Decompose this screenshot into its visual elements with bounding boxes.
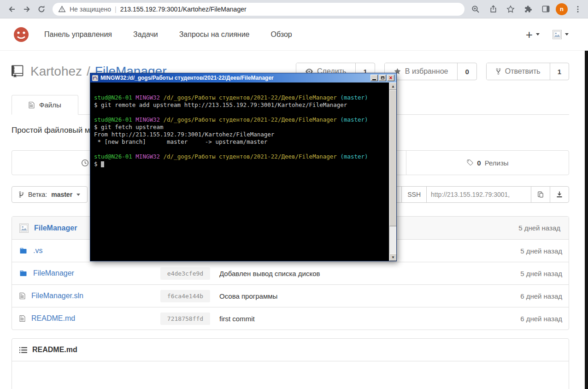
share-icon[interactable]	[486, 2, 500, 17]
terminal-prompt-line: stud@N26-01 MINGW32 /d/_gogs/Работы студ…	[94, 116, 386, 124]
tag-icon	[466, 159, 473, 166]
clone-url-input[interactable]	[426, 186, 531, 203]
history-clock-icon	[81, 159, 89, 167]
url-text: 213.155.192.79:3001/Kartohez/FileManager	[120, 6, 247, 13]
copy-clipboard-button[interactable]	[531, 186, 550, 203]
restore-button[interactable]	[379, 75, 386, 81]
browser-toolbar: Не защищено | 213.155.192.79:3001/Kartoh…	[0, 0, 588, 18]
repo-book-icon	[12, 65, 24, 78]
back-button[interactable]	[5, 2, 19, 17]
close-button[interactable]: ×	[387, 75, 394, 81]
row-age: 6 дней назад	[485, 315, 563, 323]
create-new-caret-icon[interactable]	[536, 33, 540, 35]
browser-actions: n	[468, 2, 585, 17]
terminal-scrollbar[interactable]: ▲ ▼	[389, 83, 396, 261]
terminal-prompt-line: stud@N26-01 MINGW32 /d/_gogs/Работы студ…	[94, 153, 386, 160]
row-age: 5 дней назад	[485, 270, 563, 277]
security-warning-icon	[58, 5, 66, 13]
extensions-puzzle-icon[interactable]	[521, 2, 535, 17]
download-button[interactable]	[550, 186, 569, 203]
security-label: Не защищено	[70, 6, 111, 13]
bookmark-star-icon[interactable]	[503, 2, 518, 17]
user-avatar-placeholder[interactable]	[553, 30, 562, 39]
minimize-button[interactable]	[370, 75, 378, 81]
screen-edge-strip	[585, 51, 588, 389]
fork-count[interactable]: 1	[550, 63, 569, 80]
file-icon	[29, 101, 35, 109]
ssh-protocol-button[interactable]: SSH	[401, 186, 427, 203]
terminal-app-icon	[92, 75, 98, 81]
terminal-command: $ git fetch upstream	[94, 124, 386, 131]
terminal-title: MINGW32:/d/_gogs/Работы студентов/2021-2…	[100, 75, 274, 81]
nav-item-dashboard[interactable]: Панель управления	[44, 30, 112, 39]
file-icon	[19, 315, 25, 322]
terminal-window[interactable]: MINGW32:/d/_gogs/Работы студентов/2021-2…	[90, 73, 397, 261]
nav-item-pull-requests[interactable]: Запросы на слияние	[179, 30, 250, 39]
committer-avatar-placeholder	[19, 224, 29, 233]
fork-icon	[496, 68, 501, 75]
file-icon	[19, 292, 25, 300]
terminal-input-line: $	[94, 160, 386, 168]
file-link[interactable]: README.md	[31, 314, 75, 323]
branch-selector[interactable]: Ветка: master	[12, 186, 88, 203]
terminal-cursor	[101, 161, 104, 167]
zoom-icon[interactable]	[468, 2, 483, 17]
folder-icon	[19, 270, 27, 277]
gogs-navbar: Панель управления Задачи Запросы на слия…	[0, 18, 588, 51]
row-age: 5 дней назад	[485, 247, 563, 255]
scroll-up-arrow-icon[interactable]: ▲	[389, 83, 396, 90]
commit-hash[interactable]: f6ca4e144b	[160, 290, 210, 302]
readme-panel: README.md	[12, 338, 569, 389]
latest-commit-age: 5 дней назад	[518, 224, 561, 232]
terminal-output-line: * [new branch] master -> upstream/master	[94, 138, 386, 146]
star-group: В избранное 0	[384, 63, 477, 80]
latest-commit-author-link[interactable]: FileManager	[34, 224, 77, 232]
terminal-output[interactable]: stud@N26-01 MINGW32 /d/_gogs/Работы студ…	[90, 83, 396, 261]
screen: Не защищено | 213.155.192.79:3001/Kartoh…	[0, 0, 588, 389]
commit-message[interactable]: first commit	[219, 315, 485, 323]
table-row: README.md 7218758ffd first commit 6 дней…	[12, 307, 569, 330]
repo-owner-link[interactable]: Kartohez	[30, 64, 82, 78]
browser-menu-kebab-icon[interactable]	[570, 2, 585, 17]
gogs-logo[interactable]	[13, 26, 29, 43]
forward-button[interactable]	[19, 2, 34, 17]
address-bar[interactable]: Не защищено | 213.155.192.79:3001/Kartoh…	[53, 3, 465, 16]
omnibox-divider: |	[115, 6, 117, 13]
readme-content	[12, 361, 569, 389]
file-link[interactable]: FileManager	[33, 269, 74, 277]
user-menu-caret-icon[interactable]	[565, 33, 569, 35]
terminal-blank-line	[94, 109, 386, 116]
list-icon	[19, 347, 27, 354]
commit-message[interactable]: Добавлен вывод списка дисков	[219, 270, 485, 277]
file-link[interactable]: FileManager.sln	[31, 292, 83, 300]
terminal-blank-line	[94, 146, 386, 153]
readme-header: README.md	[12, 339, 569, 361]
commit-hash[interactable]: 7218758ffd	[160, 312, 210, 325]
nav-item-explore[interactable]: Обзор	[270, 30, 292, 39]
commit-hash[interactable]: e4de3cfe9d	[160, 267, 210, 280]
terminal-output-line: From http://213.155.192.79:3001/Kartohez…	[94, 131, 386, 138]
terminal-prompt-line: stud@N26-01 MINGW32 /d/_gogs/Работы студ…	[94, 94, 386, 101]
reload-button[interactable]	[34, 2, 49, 17]
scrollbar-thumb[interactable]	[389, 90, 396, 226]
table-row: FileManager.sln f6ca4e144b Осова програм…	[12, 284, 569, 307]
git-branch-icon	[19, 191, 24, 198]
create-new-plus-icon[interactable]: +	[526, 29, 533, 41]
nav-item-issues[interactable]: Задачи	[133, 30, 158, 39]
commit-message[interactable]: Осова программы	[219, 292, 485, 300]
tab-files[interactable]: Файлы	[12, 95, 78, 115]
scroll-down-arrow-icon[interactable]: ▼	[389, 253, 396, 261]
fork-button[interactable]: Ответвить	[487, 63, 550, 80]
readme-title: README.md	[32, 346, 77, 354]
terminal-titlebar[interactable]: MINGW32:/d/_gogs/Работы студентов/2021-2…	[90, 73, 396, 83]
stat-releases[interactable]: 0 Релизы	[406, 151, 569, 175]
fork-group: Ответвить 1	[486, 63, 569, 80]
side-panel-icon[interactable]	[538, 2, 553, 17]
file-link[interactable]: .vs	[33, 247, 42, 255]
row-age: 6 дней назад	[485, 292, 563, 300]
branch-caret-icon	[76, 194, 80, 196]
clone-controls: HTTP SSH	[373, 186, 569, 203]
browser-profile-avatar[interactable]: n	[556, 3, 568, 15]
table-row: FileManager e4de3cfe9d Добавлен вывод сп…	[12, 262, 569, 284]
star-count[interactable]: 0	[457, 63, 476, 80]
